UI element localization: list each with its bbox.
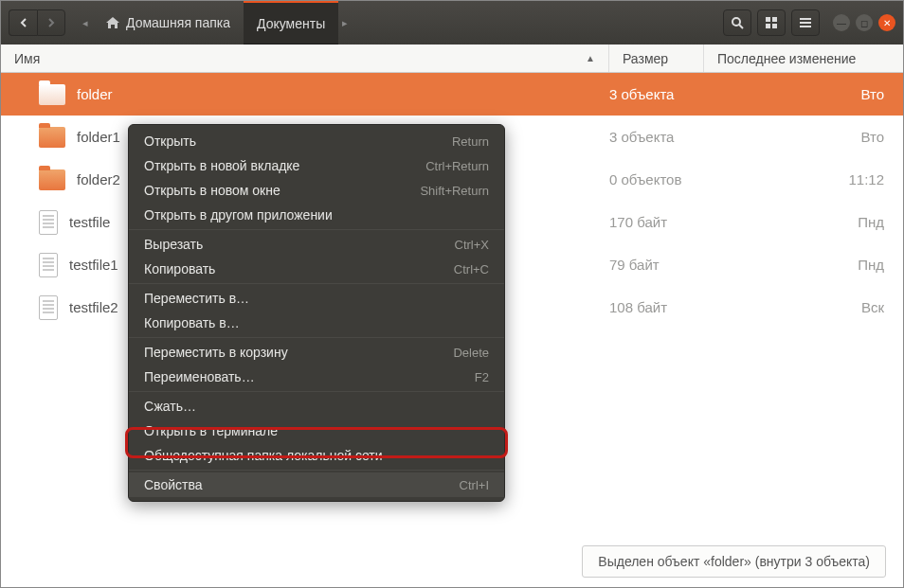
breadcrumb-label: Документы xyxy=(257,16,325,31)
menu-item-shortcut: F2 xyxy=(475,370,489,384)
folder-icon xyxy=(39,84,65,105)
nav-group xyxy=(9,9,65,36)
menu-item-shortcut: Shift+Return xyxy=(420,184,489,198)
file-icon xyxy=(39,210,58,235)
file-modified: Пнд xyxy=(704,257,903,273)
chevron-right-icon[interactable]: ▸ xyxy=(338,17,352,29)
file-size: 79 байт xyxy=(609,257,704,273)
file-modified: Вто xyxy=(704,86,903,102)
file-name: folder2 xyxy=(77,171,120,187)
menu-item-shortcut: Ctrl+I xyxy=(460,478,489,492)
menu-item-label: Открыть в новой вкладке xyxy=(144,158,299,173)
svg-rect-3 xyxy=(772,17,777,22)
file-row[interactable]: folder3 объектаВто xyxy=(1,73,903,116)
file-size: 3 объекта xyxy=(609,129,704,145)
file-modified: Пнд xyxy=(704,214,903,230)
svg-rect-2 xyxy=(766,17,770,22)
minimize-button[interactable]: — xyxy=(833,14,850,31)
menu-item-shortcut: Ctrl+Return xyxy=(425,159,489,173)
header-name[interactable]: Имя ▲ xyxy=(1,45,609,72)
menu-button[interactable] xyxy=(791,9,820,36)
status-bar: Выделен объект «folder» (внутри 3 объект… xyxy=(582,545,886,578)
header-size[interactable]: Размер xyxy=(609,45,704,72)
menu-item-label: Копировать xyxy=(144,261,215,276)
menu-item-shortcut: Ctrl+X xyxy=(455,238,489,252)
file-modified: 11:12 xyxy=(704,171,903,187)
folder-icon xyxy=(39,127,65,148)
menu-item-label: Переименовать… xyxy=(144,369,255,384)
menu-item[interactable]: Общедоступная папка локальной сети xyxy=(129,443,504,468)
menu-item[interactable]: Переименовать…F2 xyxy=(129,365,504,389)
menu-item-label: Открыть в другом приложении xyxy=(144,207,333,223)
svg-rect-5 xyxy=(772,24,777,28)
context-menu: ОткрытьReturnОткрыть в новой вкладкеCtrl… xyxy=(128,124,505,502)
menu-item[interactable]: ОткрытьReturn xyxy=(129,129,504,153)
menu-item[interactable]: СвойстваCtrl+I xyxy=(129,472,504,497)
window-controls: — ◻ ✕ xyxy=(833,14,895,31)
back-button[interactable] xyxy=(9,9,37,36)
file-name: folder1 xyxy=(77,129,120,145)
menu-item[interactable]: КопироватьCtrl+C xyxy=(129,257,504,281)
menu-item-label: Общедоступная папка локальной сети xyxy=(144,448,382,463)
svg-rect-4 xyxy=(766,24,770,28)
menu-item-label: Открыть в новом окне xyxy=(144,183,280,198)
menu-item-label: Переместить в корзину xyxy=(144,345,288,360)
menu-item-label: Вырезать xyxy=(144,237,203,252)
file-modified: Вто xyxy=(704,129,903,145)
maximize-button[interactable]: ◻ xyxy=(856,14,873,31)
file-name: testfile xyxy=(69,214,110,230)
menu-item-label: Сжать… xyxy=(144,399,196,414)
column-headers: Имя ▲ Размер Последнее изменение xyxy=(1,45,903,73)
menu-item[interactable]: Открыть в новом окнеShift+Return xyxy=(129,178,504,203)
file-modified: Вск xyxy=(704,299,903,315)
file-name: testfile1 xyxy=(69,257,118,273)
menu-separator xyxy=(129,283,504,284)
svg-point-0 xyxy=(732,18,740,26)
menu-separator xyxy=(129,391,504,392)
search-button[interactable] xyxy=(723,9,751,36)
breadcrumb-documents[interactable]: Документы xyxy=(244,1,338,45)
menu-item[interactable]: Сжать… xyxy=(129,394,504,419)
menu-item[interactable]: ВырезатьCtrl+X xyxy=(129,232,504,257)
menu-item-label: Открыть xyxy=(144,134,196,149)
file-size: 3 объекта xyxy=(609,86,704,102)
svg-rect-6 xyxy=(800,18,811,20)
menu-item[interactable]: Открыть в другом приложении xyxy=(129,203,504,227)
breadcrumb: ◂ Домашняя папка Документы ▸ xyxy=(79,1,352,45)
menu-separator xyxy=(129,229,504,230)
file-size: 170 байт xyxy=(609,214,704,230)
menu-item[interactable]: Переместить в корзинуDelete xyxy=(129,340,504,365)
menu-item[interactable]: Переместить в… xyxy=(129,286,504,311)
menu-separator xyxy=(129,337,504,338)
menu-item-label: Переместить в… xyxy=(144,291,249,306)
breadcrumb-home[interactable]: Домашняя папка xyxy=(92,1,244,45)
sort-ascending-icon: ▲ xyxy=(586,53,595,63)
menu-item-shortcut: Return xyxy=(452,134,489,149)
file-icon xyxy=(39,295,58,320)
folder-icon xyxy=(39,169,65,190)
close-button[interactable]: ✕ xyxy=(878,14,895,31)
view-grid-button[interactable] xyxy=(757,9,786,36)
breadcrumb-label: Домашняя папка xyxy=(126,15,230,30)
home-icon xyxy=(105,16,120,29)
menu-item[interactable]: Открыть в новой вкладкеCtrl+Return xyxy=(129,153,504,178)
chevron-left-icon[interactable]: ◂ xyxy=(79,17,92,29)
svg-rect-7 xyxy=(800,22,811,24)
menu-item[interactable]: Копировать в… xyxy=(129,311,504,335)
menu-item-label: Открыть в терминале xyxy=(144,423,278,438)
menu-separator xyxy=(129,470,504,471)
file-name: folder xyxy=(77,86,113,102)
menu-item[interactable]: Открыть в терминале xyxy=(129,419,504,443)
forward-button[interactable] xyxy=(37,9,65,36)
header-modified[interactable]: Последнее изменение xyxy=(704,45,903,72)
menu-item-label: Свойства xyxy=(144,477,202,492)
file-name: testfile2 xyxy=(69,299,118,315)
file-size: 108 байт xyxy=(609,299,704,315)
menu-item-shortcut: Ctrl+C xyxy=(454,262,489,276)
menu-item-shortcut: Delete xyxy=(453,346,489,360)
toolbar: ◂ Домашняя папка Документы ▸ — ◻ ✕ xyxy=(1,1,903,45)
menu-item-label: Копировать в… xyxy=(144,315,240,330)
svg-line-1 xyxy=(739,25,743,28)
svg-rect-8 xyxy=(800,26,811,27)
file-size: 0 объектов xyxy=(609,171,704,187)
